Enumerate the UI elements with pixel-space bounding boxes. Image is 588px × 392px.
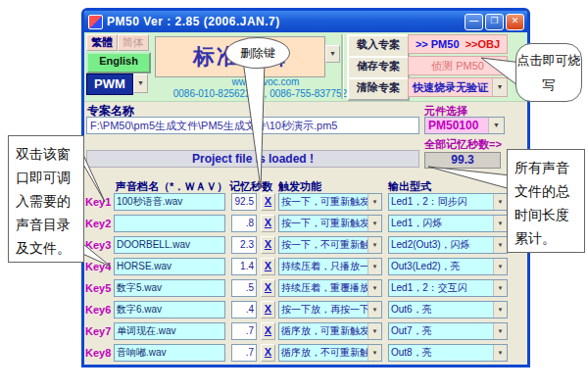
seconds-field: .7 bbox=[231, 344, 257, 362]
delete-key-button[interactable]: X bbox=[261, 322, 275, 340]
output-value: Led2(Out3)，闪烁 bbox=[389, 237, 493, 253]
client-area: 繁體 简体 English PWM ▼ 标准编辑 ▼ www.aivoc.com… bbox=[84, 32, 527, 365]
output-select[interactable]: Led1，闪烁 ▼ bbox=[388, 215, 508, 232]
pm50-window: PM50 Ver : 2.85 (2006.JAN.7) — ❐ ✕ 繁體 简体… bbox=[81, 8, 530, 368]
output-value: Led1，2：同步闪 bbox=[389, 194, 493, 210]
pwm-select[interactable]: PWM ▼ bbox=[86, 74, 148, 95]
trigger-select[interactable]: 按一下，可重新触发 ▼ bbox=[278, 215, 382, 232]
delete-key-button[interactable]: X bbox=[261, 236, 275, 254]
table-row: Key2 .8 X 按一下，可重新触发 ▼ Led1，闪烁 ▼ bbox=[84, 215, 527, 232]
delete-key-button[interactable]: X bbox=[261, 193, 275, 211]
total-time-hint-callout: 所有声音文件的总时间长度累计。 bbox=[507, 149, 585, 253]
trigger-value: 循序放，不可重新触发 bbox=[279, 345, 368, 361]
output-select[interactable]: Out8，亮 ▼ bbox=[388, 344, 508, 362]
chevron-down-icon[interactable]: ▼ bbox=[368, 216, 381, 231]
chevron-down-icon[interactable]: ▼ bbox=[368, 237, 381, 253]
title-bar[interactable]: PM50 Ver : 2.85 (2006.JAN.7) — ❐ ✕ bbox=[84, 11, 527, 32]
header-trigger: 触发功能 bbox=[278, 179, 321, 194]
wav-filename-field[interactable]: HORSE.wav bbox=[114, 258, 225, 275]
delete-key-button[interactable]: X bbox=[261, 279, 275, 297]
delete-key-button[interactable]: X bbox=[261, 344, 275, 362]
chevron-down-icon[interactable]: ▼ bbox=[493, 323, 507, 339]
chevron-down-icon[interactable]: ▼ bbox=[493, 302, 507, 318]
trigger-select[interactable]: 循序放，不可重新触发 ▼ bbox=[278, 344, 382, 362]
wav-filename-field[interactable]: 100秒语音.wav bbox=[114, 193, 225, 211]
output-select[interactable]: Out3(Led2)，亮 ▼ bbox=[388, 258, 508, 275]
chevron-down-icon[interactable]: ▼ bbox=[488, 118, 504, 133]
minimize-button[interactable]: — bbox=[465, 14, 483, 30]
detect-pm50-button[interactable]: 侦测 PM50 bbox=[408, 56, 508, 75]
trigger-select[interactable]: 按一下，可重新触发 ▼ bbox=[278, 193, 382, 211]
to-obj-button[interactable]: >>OBJ bbox=[466, 38, 500, 50]
seconds-field: 2.3 bbox=[231, 236, 257, 254]
delete-key-button[interactable]: X bbox=[261, 258, 275, 275]
key-label: Key4 bbox=[85, 258, 113, 275]
screenshot-canvas: PM50 Ver : 2.85 (2006.JAN.7) — ❐ ✕ 繁體 简体… bbox=[0, 0, 588, 392]
output-select[interactable]: Led2(Out3)，闪烁 ▼ bbox=[388, 236, 508, 254]
chevron-down-icon[interactable]: ▼ bbox=[492, 78, 507, 96]
trigger-select[interactable]: 按一下放，再按一下停 ▼ bbox=[278, 301, 382, 318]
chevron-down-icon[interactable]: ▼ bbox=[493, 216, 507, 231]
output-select[interactable]: Led1，2：同步闪 ▼ bbox=[388, 193, 508, 211]
table-row: Key3 DOORBELL.wav 2.3 X 按一下，不可重新触发 ▼ Led… bbox=[84, 236, 527, 254]
chevron-down-icon[interactable]: ▼ bbox=[493, 345, 507, 361]
mode-dropdown-icon[interactable]: ▼ bbox=[325, 45, 340, 63]
output-select[interactable]: Led1，2：交互闪 ▼ bbox=[388, 279, 508, 297]
clear-project-button[interactable]: 清除专案 bbox=[347, 77, 410, 101]
chevron-down-icon[interactable]: ▼ bbox=[368, 259, 381, 274]
wav-filename-field[interactable] bbox=[114, 215, 225, 232]
chevron-down-icon[interactable]: ▼ bbox=[368, 323, 381, 339]
chevron-down-icon[interactable]: ▼ bbox=[493, 237, 507, 253]
chevron-down-icon[interactable]: ▼ bbox=[368, 302, 381, 318]
english-button[interactable]: English bbox=[86, 52, 151, 74]
save-project-button[interactable]: 储存专案 bbox=[347, 56, 410, 79]
toolbar-divider bbox=[341, 34, 344, 99]
chevron-down-icon[interactable]: ▼ bbox=[368, 280, 381, 296]
header-seconds: 记忆秒数 bbox=[229, 179, 272, 194]
burn-mode-select[interactable]: 快速烧录无验证 ▼ bbox=[408, 77, 508, 97]
wav-filename-field[interactable]: 音响嘟.wav bbox=[114, 344, 225, 362]
device-value: PM50100 bbox=[425, 118, 488, 133]
table-row: Key1 100秒语音.wav 92.5 X 按一下，可重新触发 ▼ Led1，… bbox=[84, 193, 527, 211]
wav-filename-field[interactable]: DOORBELL.wav bbox=[114, 236, 225, 254]
wav-filename-field[interactable]: 单词现在.wav bbox=[114, 322, 225, 340]
trigger-select[interactable]: 持续压着，只播放一次 ▼ bbox=[278, 258, 382, 275]
delete-key-button[interactable]: X bbox=[261, 301, 275, 318]
trigger-select[interactable]: 持续压着，重覆播放 ▼ bbox=[278, 279, 382, 297]
to-pm50-button[interactable]: >> PM50 bbox=[416, 38, 460, 50]
device-select[interactable]: PM50100 ▼ bbox=[424, 117, 505, 134]
delete-key-callout: 删除键 bbox=[225, 37, 290, 69]
chevron-down-icon[interactable]: ▼ bbox=[493, 259, 507, 274]
seconds-field: .8 bbox=[231, 215, 257, 232]
load-project-button[interactable]: 载入专案 bbox=[347, 34, 410, 58]
convert-buttons[interactable]: >> PM50 >>OBJ bbox=[408, 34, 508, 54]
chevron-down-icon[interactable]: ▼ bbox=[368, 194, 381, 210]
lang-simplified-button[interactable]: 简体 bbox=[118, 34, 149, 51]
chevron-down-icon[interactable]: ▼ bbox=[493, 194, 507, 210]
chevron-down-icon[interactable]: ▼ bbox=[493, 280, 507, 296]
project-path-field[interactable]: F:\PM50\pm5生成文件\PM5生成文件\10秒演示.pm5 bbox=[86, 117, 419, 134]
key-rows: Key1 100秒语音.wav 92.5 X 按一下，可重新触发 ▼ Led1，… bbox=[84, 193, 527, 366]
double-click-hint-callout: 双击该窗口即可调入需要的声音目录及文件。 bbox=[8, 135, 84, 263]
key-label: Key7 bbox=[85, 322, 113, 340]
output-select[interactable]: Out6，亮 ▼ bbox=[388, 301, 508, 318]
lang-traditional-button[interactable]: 繁體 bbox=[86, 34, 118, 51]
wav-filename-field[interactable]: 数字5.wav bbox=[114, 279, 225, 297]
key-label: Key3 bbox=[85, 236, 113, 254]
toolbar: 繁體 简体 English PWM ▼ 标准编辑 ▼ www.aivoc.com… bbox=[84, 32, 527, 102]
seconds-field: 92.5 bbox=[231, 193, 257, 211]
header-filename: 声音档名（*．ＷＡＶ） bbox=[116, 179, 227, 194]
trigger-select[interactable]: 按一下，不可重新触发 ▼ bbox=[278, 236, 382, 254]
trigger-value: 按一下放，再按一下停 bbox=[279, 302, 368, 318]
key-label: Key8 bbox=[85, 344, 113, 362]
trigger-select[interactable]: 循序放，可重新触发 ▼ bbox=[278, 322, 382, 340]
output-select[interactable]: Out7，亮 ▼ bbox=[388, 322, 508, 340]
close-button[interactable]: ✕ bbox=[506, 14, 524, 30]
maximize-button[interactable]: ❐ bbox=[485, 14, 504, 30]
window-title: PM50 Ver : 2.85 (2006.JAN.7) bbox=[107, 15, 463, 28]
chevron-down-icon[interactable]: ▼ bbox=[368, 345, 381, 361]
delete-key-button[interactable]: X bbox=[261, 215, 275, 232]
output-value: Out7，亮 bbox=[389, 323, 493, 339]
wav-filename-field[interactable]: 数字6.wav bbox=[114, 301, 225, 318]
seconds-field: .4 bbox=[231, 301, 257, 318]
